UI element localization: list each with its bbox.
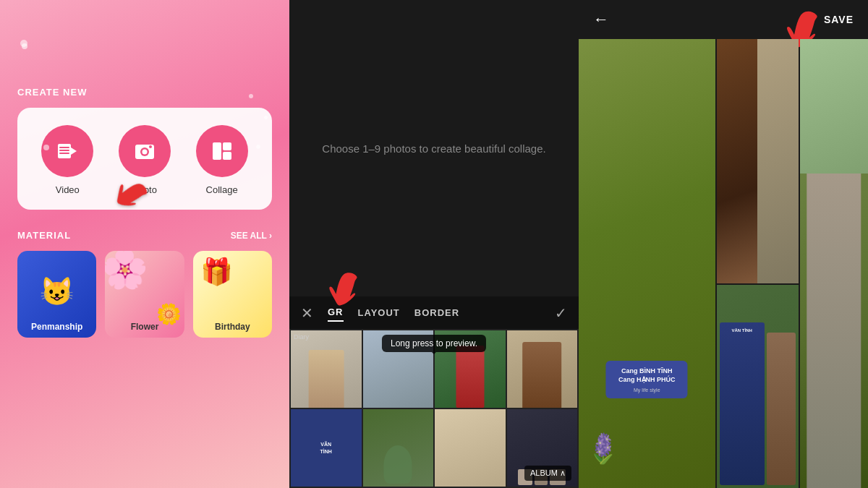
panel-preview: ← SAVE Cang BÌNH TĨNH Cang HẠNH PHÚC My …: [579, 0, 868, 488]
svg-point-7: [142, 150, 147, 155]
create-item-photo[interactable]: Photo: [119, 125, 171, 195]
preview-tooltip: Long press to preview.: [382, 335, 486, 352]
penmanship-icon: 😺: [40, 275, 74, 307]
material-label: MATERIAL: [17, 230, 71, 241]
penmanship-label: Penmanship: [17, 322, 96, 332]
material-card-penmanship[interactable]: 😺 Penmanship: [17, 251, 96, 338]
collage-hint: Choose 1–9 photos to create beautiful co…: [322, 142, 545, 155]
material-card-flower[interactable]: 🌸 🌼 Flower: [105, 251, 184, 338]
photo-cell-1[interactable]: Diary: [291, 330, 362, 408]
material-card-birthday[interactable]: 🎁 Birthday: [193, 251, 272, 338]
toolbar-close-button[interactable]: ✕: [301, 304, 313, 322]
album-button[interactable]: ALBUM ∧: [524, 466, 571, 481]
svg-point-8: [149, 145, 152, 148]
svg-rect-3: [59, 150, 69, 151]
preview-hair-photo: [717, 39, 799, 283]
material-grid: 😺 Penmanship 🌸 🌼 Flower 🎁 Birthday: [17, 251, 272, 338]
see-all-button[interactable]: SEE ALL ›: [231, 231, 272, 241]
back-button[interactable]: ←: [593, 10, 609, 29]
toolbar-tab-layout[interactable]: LAYOUT: [358, 304, 400, 321]
deco-dot-4: [264, 116, 268, 119]
create-card: Video Photo: [17, 108, 272, 210]
preview-col-nature: Cang BÌNH TĨNH Cang HẠNH PHÚC My life st…: [579, 39, 715, 488]
collage-icon: [211, 141, 233, 161]
poster-title-line2: Cang HẠNH PHÚC: [609, 375, 685, 385]
grid-arrow-cursor: [324, 267, 364, 309]
collage-top-area: Choose 1–9 photos to create beautiful co…: [289, 0, 579, 296]
photo-cell-5[interactable]: VÃNTÌNH: [291, 409, 362, 487]
svg-rect-9: [213, 142, 221, 160]
album-label: ALBUM ∧: [530, 468, 566, 478]
toolbar-tab-grid[interactable]: GR: [328, 304, 344, 322]
panel-collage: Choose 1–9 photos to create beautiful co…: [289, 0, 579, 488]
photo-icon: [134, 141, 156, 161]
material-header: MATERIAL SEE ALL ›: [17, 230, 272, 241]
panel-create: CREATE NEW Video: [0, 0, 289, 488]
photo-cell-8[interactable]: ALBUM ∧: [507, 409, 578, 487]
preview-header: ← SAVE: [579, 0, 868, 39]
video-icon: [56, 140, 78, 162]
deco-dot-2: [249, 94, 253, 98]
deco-dot-3: [43, 145, 49, 150]
photo-icon-circle: [119, 125, 171, 177]
video-icon-circle: [41, 125, 93, 177]
preview-image-area: Cang BÌNH TĨNH Cang HẠNH PHÚC My life st…: [579, 39, 868, 488]
photo-cell-4[interactable]: [507, 330, 578, 408]
photo-label: Photo: [132, 184, 157, 195]
flower-label: Flower: [105, 322, 184, 332]
save-button[interactable]: SAVE: [824, 14, 854, 25]
toolbar-tab-border[interactable]: BORDER: [414, 304, 459, 321]
collage-label: Collage: [206, 184, 238, 195]
svg-rect-2: [59, 147, 69, 148]
book-cover: VÃN TÌNH: [720, 322, 765, 485]
svg-rect-10: [223, 142, 231, 150]
vantinh-text: VÃNTÌNH: [320, 441, 332, 454]
toolbar-check-button[interactable]: ✓: [555, 304, 567, 322]
video-label: Video: [56, 184, 80, 195]
photo-grid: Long press to preview. Diary VÃNTÌNH: [289, 329, 579, 488]
birthday-icon: 🎁: [200, 257, 233, 287]
preview-col-person: [800, 39, 868, 488]
diary-label: Diary: [294, 333, 309, 341]
photo-cell-7[interactable]: [435, 409, 506, 487]
christmas-tree: [456, 346, 484, 408]
svg-marker-1: [71, 147, 77, 155]
iris-deco: 🪻: [585, 432, 621, 466]
svg-rect-4: [59, 153, 69, 154]
create-new-label: CREATE NEW: [17, 87, 272, 98]
poster-subtitle: My life style: [609, 388, 685, 393]
deco-dot-1: [20, 40, 27, 47]
collage-toolbar: ✕ GR LAYOUT BORDER ✓: [289, 296, 579, 329]
birthday-label: Birthday: [193, 322, 272, 332]
preview-collage: Cang BÌNH TĨNH Cang HẠNH PHÚC My life st…: [579, 39, 868, 488]
svg-rect-11: [223, 152, 231, 160]
create-item-collage[interactable]: Collage: [196, 125, 248, 195]
preview-book-photo: VÃN TÌNH: [717, 285, 799, 488]
photo-cell-6[interactable]: [363, 409, 434, 487]
flower-icon-deco: 🌸: [105, 251, 148, 291]
collage-icon-circle: [196, 125, 248, 177]
book-title: VÃN TÌNH: [720, 328, 765, 334]
preview-col-hair-book: VÃN TÌNH: [717, 39, 799, 488]
poster-overlay: Cang BÌNH TĨNH Cang HẠNH PHÚC My life st…: [606, 361, 688, 398]
create-item-video[interactable]: Video: [41, 125, 93, 195]
poster-title-line1: Cang BÌNH TĨNH: [609, 367, 685, 376]
